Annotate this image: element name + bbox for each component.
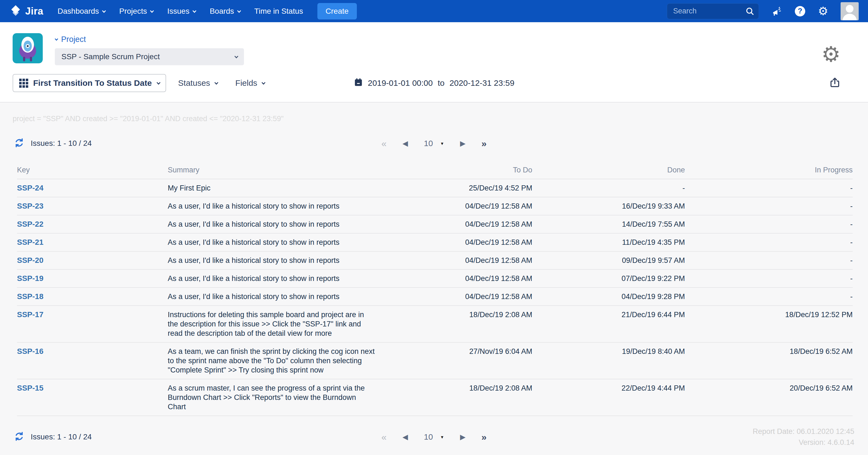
report-settings-gear-icon[interactable]: ⚙ <box>822 43 841 65</box>
todo-cell: 04/Dec/19 12:58 AM <box>387 202 532 211</box>
done-cell: 21/Dec/19 6:44 PM <box>532 310 685 319</box>
refresh-icon[interactable] <box>14 137 25 149</box>
issue-key-link[interactable]: SSP-20 <box>17 256 43 265</box>
col-done[interactable]: Done <box>532 166 685 174</box>
last-page-icon[interactable]: » <box>482 432 487 442</box>
issue-key-link[interactable]: SSP-23 <box>17 202 43 210</box>
jira-brand[interactable]: Jira <box>9 4 43 18</box>
feedback-megaphone-icon[interactable] <box>772 6 782 17</box>
table-row: SSP-21As a user, I'd like a historical s… <box>17 234 852 252</box>
first-page-icon[interactable]: « <box>381 139 386 148</box>
summary-cell: My First Epic <box>168 183 387 193</box>
todo-cell: 18/Dec/19 2:08 AM <box>387 384 532 393</box>
in-progress-cell: - <box>685 292 852 301</box>
jira-logo-icon <box>9 4 22 18</box>
project-section-toggle[interactable]: Project <box>55 35 244 44</box>
nav-item-label: Projects <box>119 7 147 16</box>
filter-row: First Transition To Status Date Statuses… <box>0 72 868 102</box>
issue-key-link[interactable]: SSP-22 <box>17 220 43 228</box>
gear-icon[interactable]: ⚙ <box>817 6 829 17</box>
nav-item-issues[interactable]: Issues <box>167 7 195 16</box>
project-avatar <box>12 33 43 63</box>
in-progress-cell: 18/Dec/19 6:52 AM <box>685 347 852 356</box>
page-size-select[interactable]: 10 ▼ <box>424 139 444 148</box>
issue-key-link[interactable]: SSP-18 <box>17 292 43 301</box>
jql-query-text: project = "SSP" AND created >= "2019-01-… <box>0 102 868 123</box>
col-summary[interactable]: Summary <box>168 166 387 174</box>
prev-page-icon[interactable]: ◀ <box>402 433 408 441</box>
nav-item-dashboards[interactable]: Dashboards <box>58 7 105 16</box>
statuses-dropdown[interactable]: Statuses <box>178 79 217 88</box>
nav-item-projects[interactable]: Projects <box>119 7 153 16</box>
table-row: SSP-23As a user, I'd like a historical s… <box>17 198 852 215</box>
key-cell: SSP-17 <box>17 310 168 319</box>
next-page-icon[interactable]: ▶ <box>460 433 466 441</box>
issues-bar-bottom: Issues: 1 - 10 / 24 « ◀ 10 ▼ ▶ » Report … <box>14 429 854 445</box>
nav-item-label: Time in Status <box>254 7 303 16</box>
summary-cell: As a team, we can finish the sprint by c… <box>168 347 387 375</box>
col-todo[interactable]: To Do <box>387 166 532 174</box>
fields-dropdown[interactable]: Fields <box>236 79 265 88</box>
nav-item-label: Boards <box>210 7 234 16</box>
issue-key-link[interactable]: SSP-24 <box>17 184 43 192</box>
grid-icon <box>19 79 28 88</box>
key-cell: SSP-20 <box>17 256 168 265</box>
summary-cell: As a user, I'd like a historical story t… <box>168 202 387 211</box>
summary-cell: As a scrum master, I can see the progres… <box>168 384 387 412</box>
search-icon[interactable] <box>745 7 754 17</box>
nav-item-label: Dashboards <box>58 7 99 16</box>
chevron-down-icon <box>192 9 196 12</box>
todo-cell: 04/Dec/19 12:58 AM <box>387 292 532 301</box>
date-type-dropdown[interactable]: First Transition To Status Date <box>12 74 166 92</box>
date-separator: to <box>438 79 444 88</box>
done-cell: - <box>532 183 685 193</box>
table-header: Key Summary To Do Done In Progress <box>17 166 852 179</box>
key-cell: SSP-15 <box>17 384 168 393</box>
prev-page-icon[interactable]: ◀ <box>402 140 408 147</box>
summary-cell: As a user, I'd like a historical story t… <box>168 292 387 301</box>
next-page-icon[interactable]: ▶ <box>460 140 466 147</box>
col-key[interactable]: Key <box>17 166 168 174</box>
chevron-down-icon <box>150 9 154 12</box>
todo-cell: 25/Dec/19 4:52 PM <box>387 183 532 193</box>
todo-cell: 04/Dec/19 12:58 AM <box>387 274 532 283</box>
date-from[interactable]: 2019-01-01 00:00 <box>368 79 433 88</box>
pagination-bottom: « ◀ 10 ▼ ▶ » <box>381 432 487 442</box>
in-progress-cell: - <box>685 219 852 229</box>
refresh-icon[interactable] <box>14 431 25 443</box>
brand-name: Jira <box>25 5 43 17</box>
nav-item-boards[interactable]: Boards <box>210 7 240 16</box>
issue-key-link[interactable]: SSP-21 <box>17 238 43 246</box>
key-cell: SSP-19 <box>17 274 168 283</box>
chevron-down-icon <box>237 9 241 12</box>
issue-key-link[interactable]: SSP-17 <box>17 310 43 319</box>
nav-icon-group: ? ⚙ <box>772 2 859 20</box>
date-range[interactable]: 2019-01-01 00:00 to 2020-12-31 23:59 <box>353 78 515 89</box>
chevron-down-icon <box>55 37 58 41</box>
col-in-progress[interactable]: In Progress <box>685 166 852 174</box>
report-header: Project SSP - Sample Scrum Project ⚙ Fir… <box>0 22 868 102</box>
export-icon[interactable] <box>829 77 841 89</box>
issue-key-link[interactable]: SSP-16 <box>17 347 43 356</box>
todo-cell: 04/Dec/19 12:58 AM <box>387 256 532 265</box>
top-nav: Jira DashboardsProjectsIssuesBoardsTime … <box>0 0 868 22</box>
done-cell: 11/Dec/19 4:35 PM <box>532 238 685 247</box>
todo-cell: 04/Dec/19 12:58 AM <box>387 238 532 247</box>
done-cell: 07/Dec/19 9:22 PM <box>532 274 685 283</box>
first-page-icon[interactable]: « <box>381 432 386 442</box>
issue-key-link[interactable]: SSP-15 <box>17 384 43 392</box>
nav-item-time-in-status[interactable]: Time in Status <box>254 7 303 16</box>
help-icon[interactable]: ? <box>795 6 806 17</box>
page-size-select[interactable]: 10 ▼ <box>424 432 444 442</box>
chevron-down-icon <box>102 9 106 12</box>
issues-count-label: Issues: 1 - 10 / 24 <box>31 432 92 441</box>
last-page-icon[interactable]: » <box>482 139 487 148</box>
issues-count-label: Issues: 1 - 10 / 24 <box>31 139 92 148</box>
user-avatar[interactable] <box>841 2 859 20</box>
date-to[interactable]: 2020-12-31 23:59 <box>450 79 515 88</box>
issue-key-link[interactable]: SSP-19 <box>17 274 43 282</box>
project-select[interactable]: SSP - Sample Scrum Project <box>55 48 244 65</box>
in-progress-cell: 18/Dec/19 12:52 PM <box>685 310 852 319</box>
pagination-top: « ◀ 10 ▼ ▶ » <box>381 139 487 148</box>
create-button[interactable]: Create <box>317 3 357 20</box>
